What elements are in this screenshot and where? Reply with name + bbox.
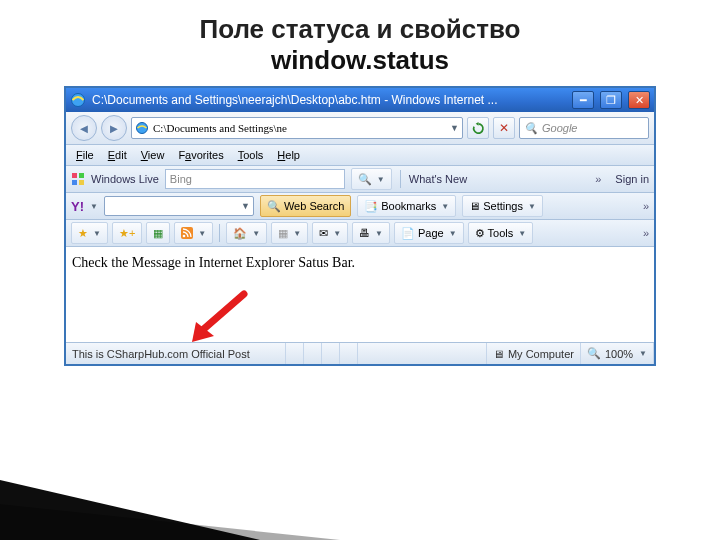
page-menu-button[interactable]: 📄Page▼ <box>394 222 464 244</box>
suggested-sites-button[interactable]: ▦ <box>146 222 170 244</box>
overflow-icon-2[interactable]: » <box>643 200 649 212</box>
close-button[interactable]: ✕ <box>628 91 650 109</box>
whats-new-label[interactable]: What's New <box>409 173 467 185</box>
title-line-1: Поле статуса и свойство <box>0 14 720 45</box>
sign-in-link[interactable]: Sign in <box>615 173 649 185</box>
zoom-icon: 🔍 <box>587 347 601 360</box>
menu-edit[interactable]: Edit <box>102 147 133 163</box>
status-empty-3 <box>322 343 340 364</box>
zoom-dropdown-icon[interactable]: ▼ <box>639 349 647 358</box>
bing-placeholder: Bing <box>170 173 192 185</box>
separator <box>400 170 401 188</box>
home-button[interactable]: 🏠▼ <box>226 222 267 244</box>
address-input[interactable] <box>153 122 446 134</box>
svg-rect-3 <box>79 173 84 178</box>
yahoo-toolbar: Y! ▼ ▼ 🔍 Web Search 📑 Bookmarks ▼ 🖥 Sett… <box>66 193 654 220</box>
status-bar: This is CSharpHub.com Official Post 🖥 My… <box>66 342 654 364</box>
favorites-star-button[interactable]: ★▼ <box>71 222 108 244</box>
bookmarks-label: Bookmarks <box>381 200 436 212</box>
yahoo-search-dropdown-icon[interactable]: ▼ <box>241 201 250 211</box>
status-message: This is CSharpHub.com Official Post <box>72 348 250 360</box>
settings-label: Settings <box>483 200 523 212</box>
page-icon <box>135 121 149 135</box>
search-icon: 🔍 <box>524 122 538 135</box>
status-message-cell: This is CSharpHub.com Official Post <box>66 343 286 364</box>
status-empty-grow <box>358 343 487 364</box>
screenshot-window: C:\Documents and Settings\neerajch\Deskt… <box>64 86 656 366</box>
address-dropdown-icon[interactable]: ▼ <box>450 123 459 133</box>
bing-search-button[interactable]: 🔍▼ <box>351 168 392 190</box>
svg-point-7 <box>183 235 186 238</box>
yahoo-icon: Y! <box>71 199 84 214</box>
command-bar: ★▼ ★+ ▦ ▼ 🏠▼ ▦▼ ✉▼ 🖶▼ 📄Page▼ ⚙Tools▼ » <box>66 220 654 247</box>
security-zone-cell: 🖥 My Computer <box>487 343 581 364</box>
tools-menu-button[interactable]: ⚙Tools▼ <box>468 222 534 244</box>
web-search-label: Web Search <box>284 200 344 212</box>
svg-rect-4 <box>72 180 77 185</box>
search-placeholder: Google <box>542 122 577 134</box>
windows-live-label: Windows Live <box>91 173 159 185</box>
overflow-icon[interactable]: » <box>595 173 601 185</box>
feeds-button[interactable]: ▼ <box>174 222 213 244</box>
bookmarks-icon: 📑 <box>364 200 378 213</box>
forward-button[interactable]: ► <box>101 115 127 141</box>
svg-rect-6 <box>181 227 193 239</box>
back-button[interactable]: ◄ <box>71 115 97 141</box>
zoom-label: 100% <box>605 348 633 360</box>
svg-rect-5 <box>79 180 84 185</box>
zoom-cell[interactable]: 🔍 100% ▼ <box>581 343 654 364</box>
bookmarks-button[interactable]: 📑 Bookmarks ▼ <box>357 195 456 217</box>
web-search-button[interactable]: 🔍 Web Search <box>260 195 351 217</box>
stop-button[interactable]: ✕ <box>493 117 515 139</box>
slide-title: Поле статуса и свойство window.status <box>0 0 720 82</box>
page-content: Check the Message in Internet Explorer S… <box>66 247 654 342</box>
page-label: Page <box>418 227 444 239</box>
settings-button[interactable]: 🖥 Settings ▼ <box>462 195 543 217</box>
titlebar: C:\Documents and Settings\neerajch\Deskt… <box>66 88 654 112</box>
window-title: C:\Documents and Settings\neerajch\Deskt… <box>92 93 566 107</box>
separator <box>219 224 220 242</box>
page-text: Check the Message in Internet Explorer S… <box>72 255 355 270</box>
maximize-button[interactable]: ❐ <box>600 91 622 109</box>
address-bar[interactable]: ▼ <box>131 117 463 139</box>
yahoo-dropdown[interactable]: ▼ <box>90 202 98 211</box>
computer-icon: 🖥 <box>493 348 504 360</box>
windows-live-toolbar: Windows Live Bing 🔍▼ What's New » Sign i… <box>66 166 654 193</box>
menu-view[interactable]: View <box>135 147 171 163</box>
refresh-button[interactable] <box>467 117 489 139</box>
annotation-arrow-icon <box>184 286 254 346</box>
title-line-2: window.status <box>0 45 720 76</box>
svg-rect-2 <box>72 173 77 178</box>
nav-row: ◄ ► ▼ ✕ 🔍 Google <box>66 112 654 145</box>
add-favorite-button[interactable]: ★+ <box>112 222 142 244</box>
tools-label: Tools <box>488 227 514 239</box>
slide-decoration <box>0 480 260 540</box>
yahoo-search-input[interactable]: ▼ <box>104 196 254 216</box>
ie-logo-icon <box>70 92 86 108</box>
status-empty-1 <box>286 343 304 364</box>
windows-live-icon <box>71 172 85 186</box>
overflow-icon-3[interactable]: » <box>643 227 649 239</box>
feeds-gray-button[interactable]: ▦▼ <box>271 222 308 244</box>
settings-icon: 🖥 <box>469 200 480 212</box>
status-empty-2 <box>304 343 322 364</box>
menu-file[interactable]: File <box>70 147 100 163</box>
zone-label: My Computer <box>508 348 574 360</box>
status-empty-4 <box>340 343 358 364</box>
menubar: File Edit View Favorites Tools Help <box>66 145 654 166</box>
search-box[interactable]: 🔍 Google <box>519 117 649 139</box>
search-glass-icon: 🔍 <box>267 200 281 213</box>
print-button[interactable]: 🖶▼ <box>352 222 390 244</box>
menu-favorites[interactable]: Favorites <box>172 147 229 163</box>
minimize-button[interactable]: ━ <box>572 91 594 109</box>
menu-help[interactable]: Help <box>271 147 306 163</box>
menu-tools[interactable]: Tools <box>232 147 270 163</box>
bing-input[interactable]: Bing <box>165 169 345 189</box>
mail-button[interactable]: ✉▼ <box>312 222 348 244</box>
